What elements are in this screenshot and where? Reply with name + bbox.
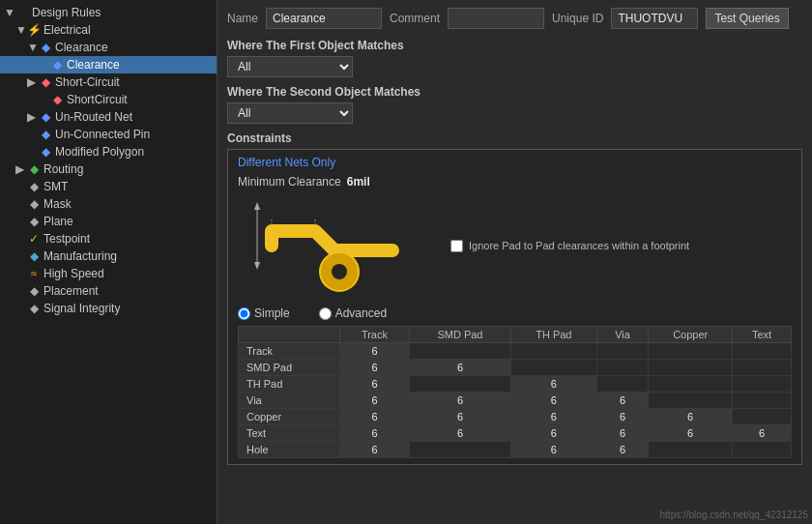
cell-SMDPad-Text bbox=[733, 360, 792, 376]
second-object-dropdown[interactable]: All bbox=[227, 102, 353, 124]
cell-THPad-Via bbox=[596, 376, 649, 393]
col-header-track: Track bbox=[339, 327, 409, 343]
second-object-dropdown-row: All bbox=[227, 102, 802, 124]
row-label-Text: Text bbox=[239, 425, 340, 442]
tree-item-unconnected-pin[interactable]: ◆Un-Connected Pin bbox=[0, 126, 217, 143]
diff-nets-link[interactable]: Different Nets Only bbox=[238, 156, 335, 169]
unique-id-label: Unique ID bbox=[552, 12, 603, 25]
tree-icon-modified-polygon: ◆ bbox=[39, 145, 52, 159]
tree-item-electrical[interactable]: ▼⚡Electrical bbox=[0, 21, 217, 39]
graphic-area: Ignore Pad to Pad clearances within a fo… bbox=[238, 192, 792, 299]
tree-label-plane: Plane bbox=[44, 215, 73, 228]
tree-arrow-routing: ▶ bbox=[15, 162, 27, 176]
cell-SMDPad-Via bbox=[596, 360, 649, 376]
cell-Text-Text: 6 bbox=[733, 425, 792, 442]
unique-id-input[interactable] bbox=[611, 8, 698, 29]
cell-Hole-Text bbox=[733, 442, 792, 458]
table-row: Track6 bbox=[239, 343, 792, 360]
tree-label-placement: Placement bbox=[44, 284, 99, 298]
cell-Copper-Track: 6 bbox=[339, 409, 409, 425]
cell-Track-Text bbox=[733, 343, 792, 360]
radio-advanced[interactable] bbox=[319, 307, 332, 320]
cell-THPad-Track: 6 bbox=[339, 376, 409, 393]
cell-THPad-THPad: 6 bbox=[510, 376, 596, 393]
tree-icon-short-circuit-group: ◆ bbox=[39, 75, 52, 89]
tree-label-modified-polygon: Modified Polygon bbox=[55, 145, 144, 159]
tree-label-short-circuit-group: Short-Circuit bbox=[55, 75, 120, 89]
tree-item-testpoint[interactable]: ✓Testpoint bbox=[0, 230, 217, 247]
tree-item-plane[interactable]: ◆Plane bbox=[0, 213, 217, 230]
tree-item-design-rules[interactable]: ▼Design Rules bbox=[0, 4, 217, 21]
radio-advanced-label[interactable]: Advanced bbox=[319, 306, 387, 320]
svg-point-5 bbox=[332, 264, 347, 279]
comment-label: Comment bbox=[390, 12, 440, 25]
table-row: TH Pad66 bbox=[239, 376, 792, 393]
tree-icon-smt: ◆ bbox=[27, 180, 41, 193]
tree-arrow-clearance-group: ▼ bbox=[27, 41, 39, 54]
tree-label-smt: SMT bbox=[44, 180, 68, 193]
table-row: Text666666 bbox=[239, 425, 792, 442]
tree-label-design-rules: Design Rules bbox=[32, 6, 101, 19]
radio-simple-label[interactable]: Simple bbox=[238, 306, 290, 320]
tree-item-signal-integrity[interactable]: ◆Signal Integrity bbox=[0, 300, 217, 317]
tree-item-placement[interactable]: ◆Placement bbox=[0, 282, 217, 300]
cell-Hole-SMDPad bbox=[410, 442, 511, 458]
col-header-via: Via bbox=[596, 327, 649, 343]
col-header-th-pad: TH Pad bbox=[510, 327, 596, 343]
cell-Track-SMDPad bbox=[410, 343, 511, 360]
cell-Hole-Via: 6 bbox=[596, 442, 649, 458]
comment-input[interactable] bbox=[448, 8, 544, 29]
tree-item-short-circuit-item[interactable]: ◆ShortCircuit bbox=[0, 91, 217, 108]
col-header-text: Text bbox=[733, 327, 792, 343]
tree-icon-clearance-item: ◆ bbox=[50, 58, 64, 72]
tree-icon-electrical: ⚡ bbox=[27, 23, 41, 37]
tree-icon-signal-integrity: ◆ bbox=[27, 302, 41, 315]
table-row: Via6666 bbox=[239, 393, 792, 409]
tree-item-manufacturing[interactable]: ◆Manufacturing bbox=[0, 247, 217, 265]
cell-Text-Track: 6 bbox=[339, 425, 409, 442]
tree-arrow-electrical: ▼ bbox=[15, 23, 27, 37]
name-input[interactable] bbox=[266, 8, 382, 29]
table-header-row: Track SMD Pad TH Pad Via Copper Text bbox=[239, 327, 792, 343]
tree-item-smt[interactable]: ◆SMT bbox=[0, 178, 217, 195]
second-object-title: Where The Second Object Matches bbox=[227, 85, 802, 99]
cell-Track-THPad bbox=[510, 343, 596, 360]
tree-label-clearance-item: Clearance bbox=[67, 58, 120, 72]
cell-Via-THPad: 6 bbox=[510, 393, 596, 409]
cell-Text-Via: 6 bbox=[596, 425, 649, 442]
tree-label-unconnected-pin: Un-Connected Pin bbox=[55, 128, 150, 141]
tree-icon-short-circuit-item: ◆ bbox=[50, 93, 64, 106]
min-clearance-value: 6mil bbox=[347, 175, 370, 189]
cell-SMDPad-THPad bbox=[510, 360, 596, 376]
cell-Copper-Copper: 6 bbox=[649, 409, 733, 425]
ignore-pad-checkbox[interactable] bbox=[450, 240, 463, 252]
cell-Text-SMDPad: 6 bbox=[410, 425, 511, 442]
cell-Copper-SMDPad: 6 bbox=[410, 409, 511, 425]
tree-label-unrouted-net: Un-Routed Net bbox=[55, 110, 132, 124]
tree-icon-manufacturing: ◆ bbox=[27, 249, 41, 263]
test-queries-button[interactable]: Test Queries bbox=[706, 8, 788, 29]
name-label: Name bbox=[227, 12, 258, 25]
tree-item-routing[interactable]: ▶◆Routing bbox=[0, 160, 217, 178]
tree-item-clearance-group[interactable]: ▼◆Clearance bbox=[0, 39, 217, 56]
tree-item-short-circuit-group[interactable]: ▶◆Short-Circuit bbox=[0, 73, 217, 91]
cell-Via-Track: 6 bbox=[339, 393, 409, 409]
tree-item-modified-polygon[interactable]: ◆Modified Polygon bbox=[0, 143, 217, 160]
cell-Via-Via: 6 bbox=[596, 393, 649, 409]
left-panel: ▼Design Rules▼⚡Electrical▼◆Clearance◆Cle… bbox=[0, 0, 218, 524]
tree-item-mask[interactable]: ◆Mask bbox=[0, 195, 217, 213]
first-object-dropdown[interactable]: All bbox=[227, 56, 353, 77]
tree-item-clearance-item[interactable]: ◆Clearance bbox=[0, 56, 217, 73]
first-object-title: Where The First Object Matches bbox=[227, 39, 802, 52]
ignore-pad-label: Ignore Pad to Pad clearances within a fo… bbox=[469, 240, 689, 251]
rules-table: Track SMD Pad TH Pad Via Copper Text Tra… bbox=[238, 326, 792, 458]
tree-item-highspeed[interactable]: ≈High Speed bbox=[0, 265, 217, 282]
tree-icon-plane: ◆ bbox=[27, 215, 41, 228]
tree-arrow-design-rules: ▼ bbox=[4, 6, 15, 19]
tree-icon-routing: ◆ bbox=[27, 162, 41, 176]
radio-simple[interactable] bbox=[238, 307, 250, 320]
tree-icon-clearance-group: ◆ bbox=[39, 41, 52, 54]
tree-item-unrouted-net[interactable]: ▶◆Un-Routed Net bbox=[0, 108, 217, 126]
cell-Track-Copper bbox=[649, 343, 733, 360]
cell-Track-Via bbox=[596, 343, 649, 360]
